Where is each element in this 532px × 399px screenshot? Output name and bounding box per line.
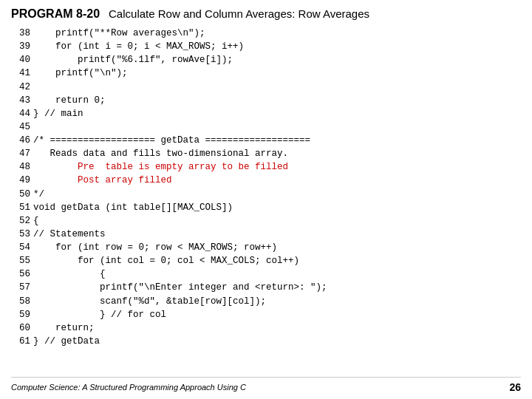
code-line: 52{ bbox=[11, 214, 329, 228]
line-number: 42 bbox=[11, 81, 32, 94]
line-number: 40 bbox=[11, 53, 32, 66]
code-line: 48 Pre table is empty array to be filled bbox=[11, 160, 329, 174]
line-code: return 0; bbox=[32, 94, 329, 107]
code-line: 46/* =================== getData =======… bbox=[11, 134, 329, 147]
line-code: for (int col = 0; col < MAX_COLS; col++) bbox=[32, 254, 329, 267]
code-table: 38 printf("**Row averages\n");39 for (in… bbox=[11, 27, 329, 348]
line-number: 59 bbox=[11, 308, 32, 321]
code-line: 42 bbox=[11, 81, 329, 94]
line-code: printf("**Row averages\n"); bbox=[32, 27, 329, 40]
line-number: 50 bbox=[11, 188, 32, 201]
line-number: 58 bbox=[11, 295, 32, 308]
line-number: 45 bbox=[11, 120, 32, 134]
code-line: 56 { bbox=[11, 267, 329, 281]
line-number: 44 bbox=[11, 107, 32, 120]
line-number: 43 bbox=[11, 94, 32, 107]
line-number: 38 bbox=[11, 27, 32, 40]
line-number: 53 bbox=[11, 228, 32, 241]
line-number: 41 bbox=[11, 66, 32, 80]
line-code: } // getData bbox=[32, 335, 329, 348]
code-line: 39 for (int i = 0; i < MAX_ROWS; i++) bbox=[11, 40, 329, 53]
code-line: 59 } // for col bbox=[11, 308, 329, 321]
line-code: scanf("%d", &table[row][col]); bbox=[32, 295, 329, 308]
line-code: Post array filled bbox=[32, 174, 329, 187]
header: PROGRAM 8-20 Calculate Row and Column Av… bbox=[11, 7, 521, 21]
code-line: 57 printf("\nEnter integer and <return>:… bbox=[11, 281, 329, 294]
code-line: 54 for (int row = 0; row < MAX_ROWS; row… bbox=[11, 241, 329, 254]
line-code: /* =================== getData =========… bbox=[32, 134, 329, 147]
line-code: for (int i = 0; i < MAX_ROWS; i++) bbox=[32, 40, 329, 53]
line-code: return; bbox=[32, 321, 329, 335]
line-code: */ bbox=[32, 188, 329, 201]
footer: Computer Science: A Structured Programmi… bbox=[11, 377, 521, 393]
line-number: 52 bbox=[11, 214, 32, 228]
code-line: 40 printf("%6.1lf", rowAve[i]); bbox=[11, 53, 329, 66]
line-code: { bbox=[32, 267, 329, 281]
line-code: } // main bbox=[32, 107, 329, 120]
line-code: printf("\n"); bbox=[32, 66, 329, 80]
code-line: 60 return; bbox=[11, 321, 329, 335]
line-code: printf("\nEnter integer and <return>: ")… bbox=[32, 281, 329, 294]
line-code: void getData (int table[][MAX_COLS]) bbox=[32, 201, 329, 214]
line-code: printf("%6.1lf", rowAve[i]); bbox=[32, 53, 329, 66]
line-number: 54 bbox=[11, 241, 32, 254]
code-line: 47 Reads data and fills two-dimensional … bbox=[11, 147, 329, 160]
footer-citation: Computer Science: A Structured Programmi… bbox=[11, 383, 246, 392]
code-area: 38 printf("**Row averages\n");39 for (in… bbox=[11, 27, 521, 372]
code-line: 50*/ bbox=[11, 188, 329, 201]
line-number: 57 bbox=[11, 281, 32, 294]
footer-page: 26 bbox=[509, 381, 521, 393]
code-line: 45 bbox=[11, 120, 329, 134]
page-container: PROGRAM 8-20 Calculate Row and Column Av… bbox=[0, 0, 532, 399]
program-title: PROGRAM 8-20 bbox=[11, 7, 100, 21]
line-number: 61 bbox=[11, 335, 32, 348]
line-number: 55 bbox=[11, 254, 32, 267]
line-number: 46 bbox=[11, 134, 32, 147]
code-line: 58 scanf("%d", &table[row][col]); bbox=[11, 295, 329, 308]
code-line: 61} // getData bbox=[11, 335, 329, 348]
line-code: for (int row = 0; row < MAX_ROWS; row++) bbox=[32, 241, 329, 254]
line-number: 39 bbox=[11, 40, 32, 53]
line-number: 47 bbox=[11, 147, 32, 160]
code-line: 41 printf("\n"); bbox=[11, 66, 329, 80]
line-code bbox=[32, 81, 329, 94]
line-number: 56 bbox=[11, 267, 32, 281]
line-code bbox=[32, 120, 329, 134]
code-line: 44} // main bbox=[11, 107, 329, 120]
line-code: { bbox=[32, 214, 329, 228]
line-code: // Statements bbox=[32, 228, 329, 241]
code-line: 49 Post array filled bbox=[11, 174, 329, 187]
code-line: 51void getData (int table[][MAX_COLS]) bbox=[11, 201, 329, 214]
program-subtitle: Calculate Row and Column Averages: Row A… bbox=[109, 7, 369, 20]
line-code: Pre table is empty array to be filled bbox=[32, 160, 329, 174]
code-line: 53// Statements bbox=[11, 228, 329, 241]
code-line: 55 for (int col = 0; col < MAX_COLS; col… bbox=[11, 254, 329, 267]
line-number: 60 bbox=[11, 321, 32, 335]
line-number: 51 bbox=[11, 201, 32, 214]
line-number: 48 bbox=[11, 160, 32, 174]
line-number: 49 bbox=[11, 174, 32, 187]
code-line: 38 printf("**Row averages\n"); bbox=[11, 27, 329, 40]
line-code: } // for col bbox=[32, 308, 329, 321]
code-line: 43 return 0; bbox=[11, 94, 329, 107]
line-code: Reads data and fills two-dimensional arr… bbox=[32, 147, 329, 160]
